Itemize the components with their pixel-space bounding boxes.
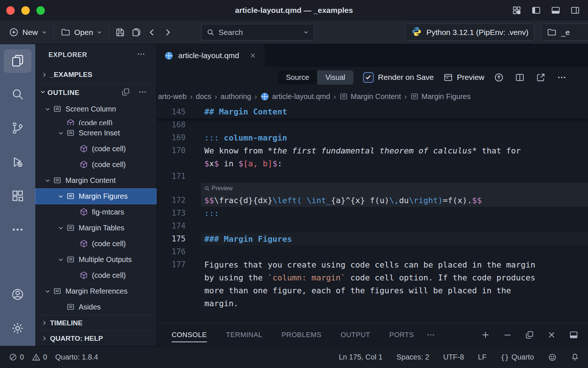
more-actions-icon[interactable] xyxy=(137,50,146,60)
section-examples[interactable]: _EXAMPLES xyxy=(35,66,157,84)
preview-button[interactable]: Preview xyxy=(443,72,484,82)
render-on-save-checkbox[interactable] xyxy=(363,72,374,83)
code-line[interactable]: 177Figures that you create using code ce… xyxy=(157,258,588,271)
status-item[interactable] xyxy=(548,353,557,362)
outline-header[interactable]: OUTLINE xyxy=(35,84,157,101)
panel-tab-problems[interactable]: PROBLEMS xyxy=(282,328,322,342)
section-quarto-help[interactable]: QUARTO: HELP xyxy=(35,330,157,346)
code-line[interactable]: 176 xyxy=(157,245,588,258)
toggle-sidebar-icon[interactable] xyxy=(531,6,541,15)
breadcrumb-item[interactable]: authoring xyxy=(220,92,251,101)
outline-item[interactable]: Screen Inset xyxy=(35,125,157,141)
close-window-button[interactable] xyxy=(6,6,15,15)
panel-tab-terminal[interactable]: TERMINAL xyxy=(226,328,262,342)
outline-item[interactable]: (code cell) xyxy=(35,157,157,173)
status-item[interactable]: 0 xyxy=(32,353,47,361)
source-mode-button[interactable]: Source xyxy=(278,70,317,85)
open-button[interactable]: Open xyxy=(57,25,106,39)
code-line[interactable]: more than one figure, each of the figure… xyxy=(157,284,588,297)
panel-layout-icon[interactable] xyxy=(569,330,578,340)
section-timeline[interactable]: TIMELINE xyxy=(35,315,157,330)
minimize-window-button[interactable] xyxy=(21,6,30,15)
close-icon[interactable] xyxy=(249,52,257,59)
status-item[interactable]: LF xyxy=(478,353,487,361)
outline-item[interactable]: (code cell) xyxy=(35,117,157,125)
breadcrumb-item[interactable]: arto-web xyxy=(158,92,187,101)
panel-tab-console[interactable]: CONSOLE xyxy=(172,328,207,342)
outline-item[interactable]: fig-mtcars xyxy=(35,204,157,220)
status-item[interactable] xyxy=(571,353,579,361)
sidebar-item-explorer[interactable] xyxy=(0,44,35,78)
status-item[interactable]: {}Quarto xyxy=(501,353,534,361)
sidebar-item-more[interactable] xyxy=(0,213,35,247)
tab-article-layout[interactable]: article-layout.qmd xyxy=(157,44,264,67)
panel-tab-ports[interactable]: PORTS xyxy=(389,328,414,342)
breadcrumb-item[interactable]: Margin Figures xyxy=(410,92,470,101)
outline-item[interactable]: Screen Column xyxy=(35,101,157,117)
outline-item[interactable]: Multiple Outputs xyxy=(35,252,157,268)
sidebar-item-search[interactable] xyxy=(0,78,35,112)
outline-item[interactable]: (code cell) xyxy=(35,268,157,283)
render-on-save[interactable]: Render on Save xyxy=(363,72,434,83)
zoom-window-button[interactable] xyxy=(36,6,45,15)
breadcrumb-item[interactable]: Margin Content xyxy=(339,92,401,101)
code-line[interactable]: by using the `column: margin` code cell … xyxy=(157,271,588,284)
save-all-button[interactable] xyxy=(128,25,144,40)
navigate-back-button[interactable] xyxy=(144,25,160,39)
code-line[interactable]: 169::: column-margin xyxy=(157,131,588,144)
sidebar-item-run-debug[interactable] xyxy=(0,146,35,180)
restore-panel-icon[interactable] xyxy=(525,330,534,340)
code-line[interactable]: 173::: xyxy=(157,207,588,220)
panel-tab-output[interactable]: OUTPUT xyxy=(341,328,370,342)
panel-more-icon[interactable] xyxy=(426,330,435,339)
status-item[interactable]: Spaces: 2 xyxy=(397,353,429,361)
outline-item[interactable]: (code cell) xyxy=(35,141,157,157)
code-line[interactable]: 145## Margin Content xyxy=(157,105,588,118)
status-item[interactable]: Quarto: 1.8.4 xyxy=(55,353,98,361)
save-button[interactable] xyxy=(112,25,128,40)
code-editor[interactable]: 145## Margin Content 168169::: column-ma… xyxy=(157,105,588,323)
settings-button[interactable] xyxy=(0,312,35,346)
outline-item[interactable]: Margin References xyxy=(35,283,157,299)
sidebar-item-source-control[interactable] xyxy=(0,112,35,146)
code-line[interactable]: 168 xyxy=(157,118,588,131)
collapse-all-icon[interactable] xyxy=(121,88,130,98)
breadcrumb-item[interactable]: article-layout.qmd xyxy=(260,92,330,101)
preview-lens[interactable]: Preview xyxy=(204,183,233,194)
outline-item[interactable]: Asides xyxy=(35,299,157,315)
account-button[interactable] xyxy=(0,278,35,312)
minimize-panel-icon[interactable] xyxy=(503,330,512,340)
code-line[interactable]: 172$$\frac{d}{dx}\left( \int_{a}^{x} f(u… xyxy=(157,194,588,207)
status-item[interactable]: Ln 175, Col 1 xyxy=(339,353,383,361)
code-line[interactable]: $x$ in $[a, b]$: xyxy=(157,157,588,170)
more-actions-icon[interactable] xyxy=(138,88,147,98)
interpreter-selector[interactable]: Python 3.12.1 (PipEnv: .venv) xyxy=(405,24,535,41)
new-console-icon[interactable] xyxy=(481,330,490,340)
code-line[interactable]: 174 xyxy=(157,220,588,233)
sticky-line[interactable]: 145## Margin Content xyxy=(157,105,588,118)
visual-mode-button[interactable]: Visual xyxy=(317,70,353,85)
code-line[interactable]: 171 xyxy=(157,170,588,183)
status-item[interactable]: UTF-8 xyxy=(443,353,464,361)
code-line[interactable]: 170We know from *the first fundamental t… xyxy=(157,144,588,157)
toggle-panel-icon[interactable] xyxy=(551,6,560,15)
sidebar-item-extensions[interactable] xyxy=(0,180,35,213)
navigate-forward-button[interactable] xyxy=(160,25,175,39)
workspace-selector[interactable]: _e xyxy=(541,24,588,41)
breadcrumb-item[interactable]: docs xyxy=(196,92,211,101)
search-input[interactable]: Search xyxy=(201,24,314,40)
split-editor-icon[interactable] xyxy=(515,72,525,82)
status-item[interactable]: 0 xyxy=(9,353,24,361)
toggle-secondary-sidebar-icon[interactable] xyxy=(570,6,580,15)
outline-item[interactable]: (code cell) xyxy=(35,236,157,252)
outline-item[interactable]: Margin Tables xyxy=(35,220,157,236)
more-actions-icon[interactable] xyxy=(557,72,567,82)
close-panel-icon[interactable] xyxy=(547,330,556,340)
new-button[interactable]: New xyxy=(5,25,51,39)
code-line[interactable]: 175### Margin Figures xyxy=(157,233,588,245)
customize-layout-icon[interactable] xyxy=(512,6,521,15)
outline-item[interactable]: Margin Figures xyxy=(35,188,157,204)
code-line[interactable]: Preview xyxy=(157,183,588,194)
code-line[interactable]: margin. xyxy=(157,297,588,310)
open-external-icon[interactable] xyxy=(536,72,546,82)
